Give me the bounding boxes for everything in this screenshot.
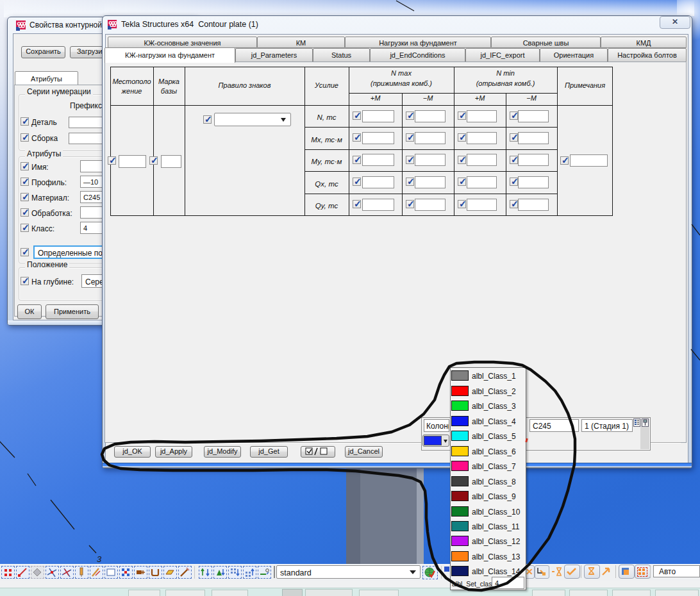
- svg-text:3: 3: [97, 554, 102, 564]
